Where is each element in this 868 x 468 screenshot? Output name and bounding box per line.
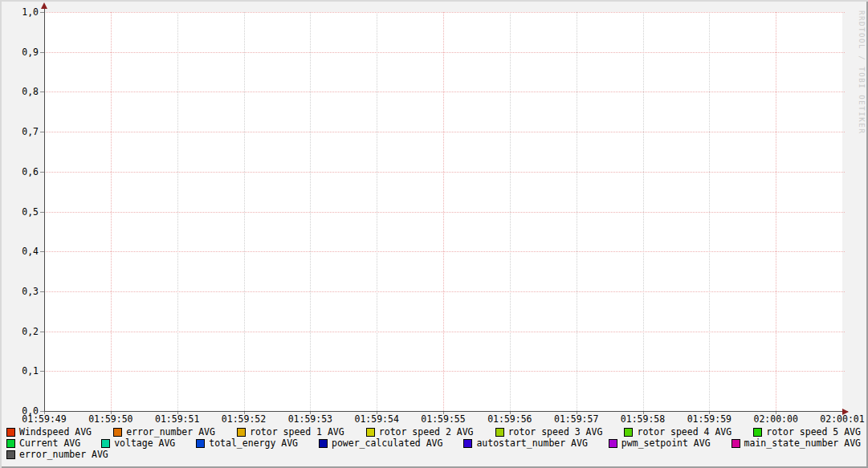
grid-line-horizontal bbox=[44, 52, 845, 53]
legend-item: rotor speed 2 AVG bbox=[366, 426, 474, 437]
x-axis-tick-label: 01:59:51 bbox=[149, 414, 206, 424]
x-axis-tick-label: 01:59:54 bbox=[348, 414, 405, 424]
legend-item: autostart_number AVG bbox=[463, 437, 587, 449]
legend-color-swatch bbox=[319, 439, 328, 448]
legend-color-swatch bbox=[495, 428, 504, 437]
legend-color-swatch bbox=[366, 428, 375, 437]
y-axis-tick-label: 0,7 bbox=[0, 127, 39, 136]
x-axis-tick-label: 01:59:50 bbox=[83, 414, 139, 424]
legend-item-label: rotor speed 3 AVG bbox=[508, 426, 603, 437]
legend-item: rotor speed 5 AVG bbox=[753, 426, 861, 437]
grid-line-horizontal bbox=[44, 12, 845, 13]
legend-color-swatch bbox=[624, 428, 633, 437]
legend-item-label: main_state_number AVG bbox=[744, 437, 861, 449]
y-axis-tick-label: 0,1 bbox=[0, 366, 39, 376]
legend-item-label: rotor speed 4 AVG bbox=[637, 426, 731, 437]
legend-color-swatch bbox=[463, 439, 472, 448]
y-axis-tick-label: 1,0 bbox=[0, 7, 39, 17]
legend-item-label: Current AVG bbox=[19, 437, 80, 449]
x-axis-tick-label: 01:59:57 bbox=[548, 414, 605, 424]
legend-color-swatch bbox=[6, 428, 15, 437]
x-axis-tick-label: 01:59:52 bbox=[216, 414, 272, 424]
legend-item: main_state_number AVG bbox=[731, 437, 861, 449]
legend-item-label: error_number AVG bbox=[19, 449, 108, 460]
grid-line-horizontal bbox=[44, 251, 845, 252]
y-axis-tick-label: 0,9 bbox=[0, 47, 39, 57]
legend-item-label: rotor speed 1 AVG bbox=[250, 426, 344, 437]
y-axis-tick-label: 0,2 bbox=[0, 327, 39, 336]
legend-item-label: error_number AVG bbox=[126, 426, 215, 437]
legend-item: error_number AVG bbox=[113, 426, 215, 437]
y-axis-tick-label: 0,5 bbox=[0, 207, 39, 217]
y-axis-arrow-icon bbox=[41, 2, 47, 9]
legend-color-swatch bbox=[753, 428, 762, 437]
legend-item-label: rotor speed 2 AVG bbox=[379, 426, 474, 437]
legend-color-swatch bbox=[6, 450, 15, 459]
y-axis-tick-label: 0,3 bbox=[0, 287, 39, 296]
legend-row: Current AVGvoltage AVGtotal_energy AVGpo… bbox=[6, 437, 861, 449]
legend-item: error_number AVG bbox=[6, 449, 108, 460]
legend-item: rotor speed 4 AVG bbox=[624, 426, 731, 437]
y-axis-tick-label: 0,8 bbox=[0, 87, 39, 96]
x-axis-tick-label: 02:00:01 bbox=[814, 414, 868, 424]
grid-line-horizontal bbox=[44, 332, 845, 332]
y-axis-tick-label: 0,6 bbox=[0, 167, 39, 177]
legend-item: rotor speed 1 AVG bbox=[237, 426, 344, 437]
y-axis-line bbox=[44, 7, 45, 412]
legend-color-swatch bbox=[237, 428, 246, 437]
legend-item-label: power_calculated AVG bbox=[332, 437, 442, 449]
legend-item: Windspeed AVG bbox=[6, 426, 92, 437]
legend-item-label: pwm_setpoint AVG bbox=[621, 437, 711, 449]
legend-color-swatch bbox=[101, 439, 110, 448]
rrdtool-graph: 0,00,10,20,30,40,50,60,70,80,91,001:59:4… bbox=[0, 0, 868, 468]
x-axis-tick-label: 01:59:56 bbox=[482, 414, 538, 424]
grid-line-horizontal bbox=[44, 92, 845, 92]
legend-item-label: rotor speed 5 AVG bbox=[766, 426, 861, 437]
grid-line-horizontal bbox=[44, 132, 845, 132]
legend-row: Windspeed AVGerror_number AVGrotor speed… bbox=[6, 426, 861, 437]
legend-item-label: Windspeed AVG bbox=[19, 426, 92, 437]
legend-item: pwm_setpoint AVG bbox=[609, 437, 711, 449]
grid-line-horizontal bbox=[44, 212, 845, 213]
x-axis-tick-label: 01:59:58 bbox=[615, 414, 671, 424]
rrdtool-watermark: RRDTOOL / TOBI OETIKER bbox=[858, 10, 866, 134]
x-axis-tick-label: 02:00:00 bbox=[748, 414, 804, 424]
legend-color-swatch bbox=[113, 428, 122, 437]
x-axis-tick-label: 01:59:55 bbox=[415, 414, 471, 424]
x-axis-tick-label: 01:59:53 bbox=[282, 414, 338, 424]
legend-item: rotor speed 3 AVG bbox=[495, 426, 603, 437]
legend-color-swatch bbox=[196, 439, 205, 448]
legend-color-swatch bbox=[6, 439, 15, 448]
legend-item: power_calculated AVG bbox=[319, 437, 442, 449]
legend: Windspeed AVGerror_number AVGrotor speed… bbox=[6, 426, 861, 460]
grid-line-horizontal bbox=[44, 291, 845, 292]
legend-color-swatch bbox=[609, 439, 617, 448]
y-axis-tick-label: 0,4 bbox=[0, 246, 39, 256]
x-axis-line bbox=[44, 411, 848, 412]
legend-item: Current AVG bbox=[6, 437, 80, 449]
legend-color-swatch bbox=[731, 439, 740, 448]
legend-row: error_number AVG bbox=[6, 449, 861, 460]
x-axis-tick-label: 01:59:59 bbox=[681, 414, 737, 424]
legend-item-label: autostart_number AVG bbox=[476, 437, 587, 449]
x-axis-tick-label: 01:59:49 bbox=[16, 414, 72, 424]
grid-line-horizontal bbox=[44, 172, 845, 173]
legend-item: voltage AVG bbox=[101, 437, 175, 449]
legend-item-label: voltage AVG bbox=[114, 437, 175, 449]
legend-item: total_energy AVG bbox=[196, 437, 298, 449]
grid-line-horizontal bbox=[44, 371, 845, 372]
legend-item-label: total_energy AVG bbox=[209, 437, 298, 449]
